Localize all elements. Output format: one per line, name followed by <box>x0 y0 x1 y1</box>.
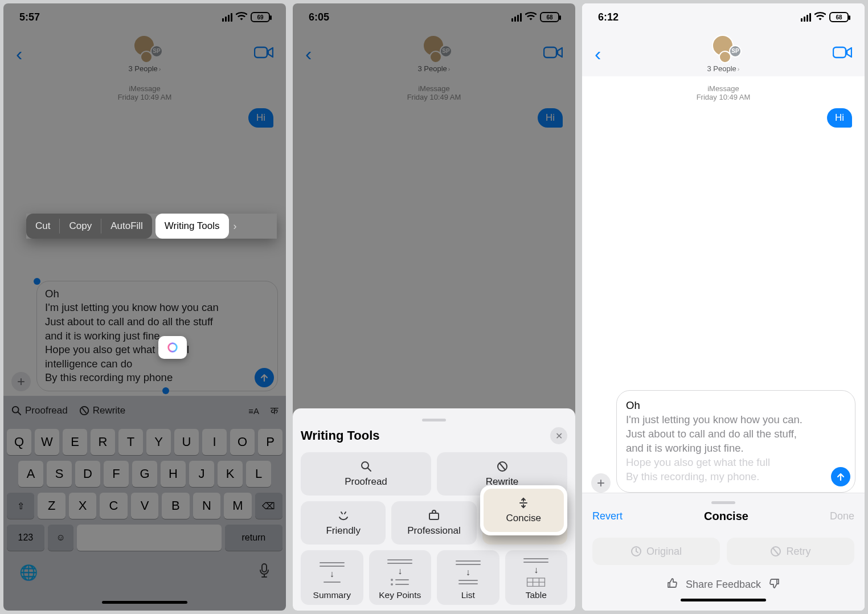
review-sheet: Revert Concise Done Original Retry Share… <box>582 493 865 611</box>
shift-key[interactable]: ⇧ <box>7 493 34 519</box>
battery-icon: 68 <box>540 12 559 22</box>
svg-rect-0 <box>255 47 267 58</box>
apple-intelligence-button[interactable] <box>158 336 187 359</box>
writing-tools-toolbar: Proofread Rewrite ≡A क <box>3 396 286 425</box>
back-button[interactable]: ‹ <box>595 43 601 65</box>
wifi-icon <box>525 11 537 23</box>
svg-point-1 <box>13 407 19 413</box>
thread-header: iMessageFriday 10:49 AM <box>3 76 286 101</box>
emoji-key[interactable]: ☺ <box>48 525 74 551</box>
numbers-key[interactable]: 123 <box>7 525 44 551</box>
svg-point-4 <box>169 343 177 352</box>
group-avatar[interactable]: SP <box>128 35 162 63</box>
add-attachment-button[interactable]: + <box>11 372 31 391</box>
group-name[interactable]: 3 People› <box>707 64 740 73</box>
wifi-icon <box>814 11 826 23</box>
received-message: Hi <box>538 108 563 128</box>
close-sheet-button[interactable]: ✕ <box>550 427 567 444</box>
rewrite-button[interactable]: Rewrite <box>79 405 126 416</box>
back-button[interactable]: ‹ <box>16 43 22 65</box>
svg-point-6 <box>362 462 369 469</box>
edit-menu: Cut Copy AutoFill Writing Tools › <box>26 214 277 239</box>
cell-signal-icon <box>801 13 811 22</box>
cell-signal-icon <box>222 13 232 22</box>
send-button[interactable] <box>255 368 274 387</box>
message-input[interactable]: Oh I'm just letting you know how you can… <box>616 390 855 493</box>
original-button[interactable]: Original <box>592 538 720 565</box>
share-feedback[interactable]: Share Feedback <box>592 578 854 592</box>
clock: 6:05 <box>309 11 329 23</box>
mic-icon[interactable] <box>259 563 270 582</box>
screenshot-3: 6:12 68 ‹ SP 3 People› iMessageFriday 10… <box>582 3 865 611</box>
menu-cut[interactable]: Cut <box>26 214 59 239</box>
group-name[interactable]: 3 People› <box>129 64 161 73</box>
text-size-icon[interactable]: ≡A <box>248 406 259 416</box>
add-attachment-button[interactable]: + <box>591 473 611 493</box>
menu-copy[interactable]: Copy <box>60 214 101 239</box>
back-button[interactable]: ‹ <box>305 43 312 65</box>
facetime-button[interactable] <box>833 46 852 62</box>
table-option[interactable]: ↓ Table <box>505 550 568 605</box>
language-icon[interactable]: क <box>271 405 278 417</box>
revert-button[interactable]: Revert <box>592 510 623 522</box>
facetime-button[interactable] <box>543 46 563 62</box>
facetime-button[interactable] <box>254 46 273 62</box>
summary-option[interactable]: ↓ Summary <box>301 550 363 605</box>
group-avatar[interactable]: SP <box>706 35 740 63</box>
group-avatar[interactable]: SP <box>417 35 451 63</box>
professional-option[interactable]: Professional <box>391 501 476 545</box>
concise-option[interactable]: Concise <box>480 485 567 535</box>
done-button[interactable]: Done <box>830 510 854 522</box>
clock: 5:57 <box>19 11 40 23</box>
list-option[interactable]: ↓ List <box>437 550 499 605</box>
wifi-icon <box>236 11 247 23</box>
received-message: Hi <box>827 108 852 128</box>
thumbs-up-icon[interactable] <box>666 578 678 592</box>
proofread-option[interactable]: Proofread <box>301 452 431 496</box>
return-key[interactable]: return <box>225 525 282 551</box>
message-input[interactable]: Oh I'm just letting you know how you can… <box>36 281 278 391</box>
clock: 6:12 <box>598 11 619 23</box>
menu-autofill[interactable]: AutoFill <box>101 214 152 239</box>
backspace-key[interactable]: ⌫ <box>255 493 282 519</box>
menu-writing-tools[interactable]: Writing Tools <box>155 214 229 239</box>
battery-icon: 68 <box>829 12 849 22</box>
proofread-button[interactable]: Proofread <box>11 405 68 416</box>
group-name[interactable]: 3 People› <box>418 64 451 73</box>
keypoints-option[interactable]: ↓ Key Points <box>369 550 432 605</box>
status-bar: 5:57 69 <box>3 3 286 31</box>
sheet-title: Writing Tools <box>301 428 380 443</box>
keyboard[interactable]: QWERTYUIOP ASDFGHJKL ⇧ZXCVBNM⌫ 123☺retur… <box>3 425 286 611</box>
thumbs-down-icon[interactable] <box>769 578 780 592</box>
retry-button[interactable]: Retry <box>727 538 854 565</box>
review-title: Concise <box>704 510 748 523</box>
screenshot-2: 6:05 68 ‹ SP 3 People› iMessageFriday 10… <box>293 3 575 611</box>
svg-rect-8 <box>429 513 439 519</box>
svg-rect-10 <box>833 47 846 58</box>
received-message: Hi <box>248 108 273 128</box>
svg-rect-5 <box>544 47 556 58</box>
friendly-option[interactable]: Friendly <box>301 501 386 545</box>
menu-more[interactable]: › <box>229 220 241 232</box>
screenshot-1: 5:57 69 ‹ SP 3 People› iMessageFriday 10… <box>3 3 286 611</box>
cell-signal-icon <box>511 13 522 22</box>
svg-rect-3 <box>262 564 267 572</box>
battery-icon: 69 <box>251 12 270 22</box>
space-key[interactable] <box>77 525 221 551</box>
globe-icon[interactable]: 🌐 <box>19 564 38 582</box>
send-button[interactable] <box>831 467 850 486</box>
nav-bar: ‹ SP 3 People› <box>3 31 286 76</box>
